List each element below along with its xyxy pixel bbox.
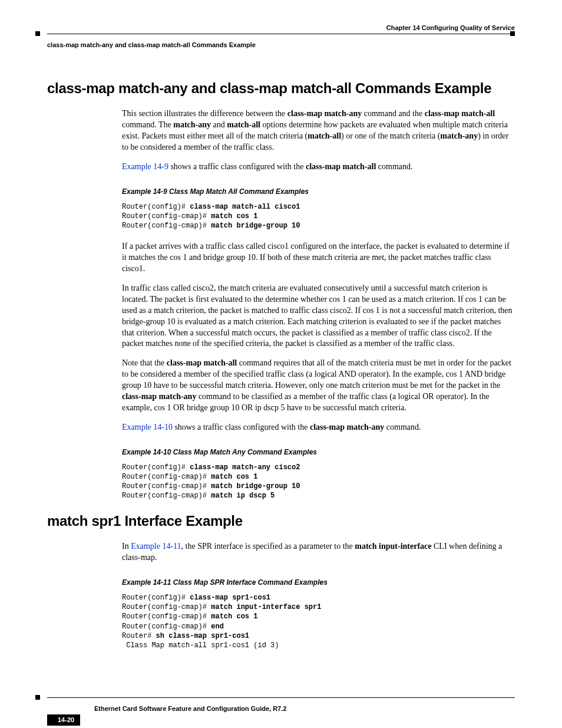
header-rule [47, 34, 515, 39]
running-header-chapter: Chapter 14 Configuring Quality of Servic… [47, 24, 515, 32]
footer-guide-title: Ethernet Card Software Feature and Confi… [94, 704, 515, 713]
running-header-section: class-map match-any and class-map match-… [47, 41, 515, 50]
xref-example-14-9[interactable]: Example 14-9 [122, 162, 168, 171]
code-block-ex9: Router(config)# class-map match-all cisc… [122, 202, 515, 231]
paragraph: This section illustrates the difference … [122, 108, 515, 153]
page-number: 14-20 [47, 714, 80, 726]
example-title-14-11: Example 14-11 Class Map SPR Interface Co… [122, 578, 515, 587]
code-block-ex10: Router(config)# class-map match-any cisc… [122, 463, 515, 501]
paragraph: In traffic class called cisco2, the matc… [122, 283, 515, 350]
xref-example-14-11[interactable]: Example 14-11 [131, 542, 181, 551]
paragraph: Example 14-10 shows a traffic class conf… [122, 422, 515, 433]
section-heading-1: class-map match-any and class-map match-… [47, 79, 515, 98]
paragraph: If a packet arrives with a traffic class… [122, 241, 515, 275]
section-heading-2: match spr1 Interface Example [47, 512, 515, 531]
example-title-14-10: Example 14-10 Class Map Match Any Comman… [122, 447, 515, 457]
footer: Ethernet Card Software Feature and Confi… [47, 697, 515, 726]
code-block-ex11: Router(config)# class-map spr1-cos1 Rout… [122, 593, 515, 650]
xref-example-14-10[interactable]: Example 14-10 [122, 423, 173, 431]
paragraph: Example 14-9 shows a traffic class confi… [122, 162, 515, 173]
paragraph: Note that the class-map match-all comman… [122, 358, 515, 413]
paragraph: In Example 14-11, the SPR interface is s… [122, 541, 515, 564]
example-title-14-9: Example 14-9 Class Map Match All Command… [122, 187, 515, 196]
